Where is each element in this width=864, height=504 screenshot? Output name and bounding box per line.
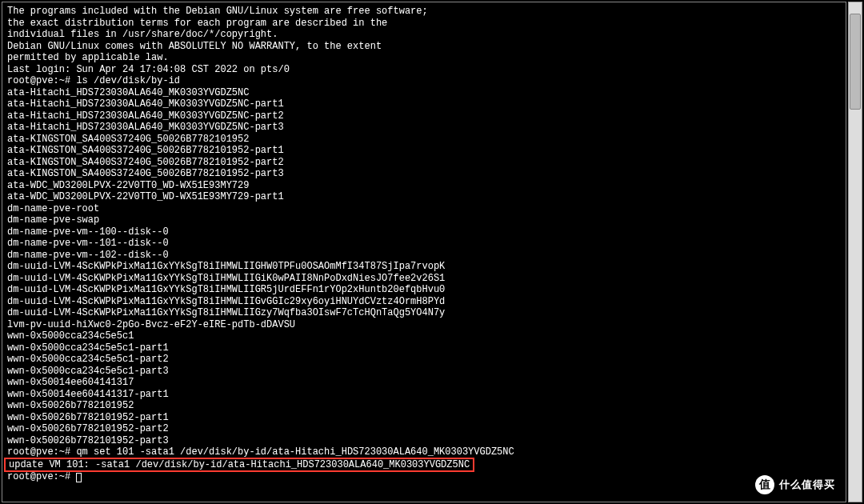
terminal-window[interactable]: The programs included with the Debian GN… <box>2 2 846 502</box>
output-line: ata-KINGSTON_SA400S37240G_50026B77821019… <box>7 168 841 180</box>
output-line: wwn-0x50026b7782101952 <box>7 400 841 412</box>
output-line: dm-name-pve-root <box>7 203 841 215</box>
motd-line: individual files in /usr/share/doc/*/cop… <box>7 29 841 41</box>
command-line: root@pve:~# ls /dev/disk/by-id <box>7 75 841 87</box>
prompt: root@pve:~# <box>7 446 76 458</box>
output-line: ata-Hitachi_HDS723030ALA640_MK0303YVGDZ5… <box>7 87 841 99</box>
output-line: wwn-0x5000cca234c5e5c1 <box>7 330 841 342</box>
output-line: ata-Hitachi_HDS723030ALA640_MK0303YVGDZ5… <box>7 122 841 134</box>
output-line: wwn-0x50014ee604141317 <box>7 377 841 389</box>
output-line: dm-name-pve-vm--101--disk--0 <box>7 238 841 250</box>
output-line: wwn-0x5000cca234c5e5c1-part3 <box>7 366 841 378</box>
output-line: ata-WDC_WD3200LPVX-22V0TT0_WD-WX51E93MY7… <box>7 180 841 192</box>
output-line: wwn-0x50014ee604141317-part1 <box>7 389 841 401</box>
prompt: root@pve:~# <box>7 75 76 86</box>
output-line: wwn-0x50026b7782101952-part1 <box>7 412 841 424</box>
output-line: dm-uuid-LVM-4ScKWPkPixMa11GxYYkSgT8iIHMW… <box>7 284 841 296</box>
command-text: ls /dev/disk/by-id <box>76 75 180 86</box>
output-line: ata-Hitachi_HDS723030ALA640_MK0303YVGDZ5… <box>7 110 841 122</box>
scrollbar-thumb[interactable] <box>850 14 861 110</box>
output-line: dm-uuid-LVM-4ScKWPkPixMa11GxYYkSgT8iIHMW… <box>7 296 841 308</box>
output-line: wwn-0x5000cca234c5e5c1-part1 <box>7 342 841 354</box>
output-line: ata-KINGSTON_SA400S37240G_50026B77821019… <box>7 157 841 169</box>
output-line: ata-KINGSTON_SA400S37240G_50026B77821019… <box>7 145 841 157</box>
motd-line: the exact distribution terms for each pr… <box>7 18 841 30</box>
output-line: dm-name-pve-swap <box>7 214 841 226</box>
output-line: ata-WDC_WD3200LPVX-22V0TT0_WD-WX51E93MY7… <box>7 191 841 203</box>
command-text: qm set 101 -sata1 /dev/disk/by-id/ata-Hi… <box>76 446 514 458</box>
command-line[interactable]: root@pve:~# <box>7 471 841 483</box>
motd-line: permitted by applicable law. <box>7 52 841 64</box>
output-line: dm-uuid-LVM-4ScKWPkPixMa11GxYYkSgT8iIHMW… <box>7 307 841 319</box>
motd-line: The programs included with the Debian GN… <box>7 6 841 18</box>
watermark: 值 什么值得买 <box>750 472 840 498</box>
output-line: wwn-0x50026b7782101952-part2 <box>7 423 841 435</box>
highlight-box: update VM 101: -sata1 /dev/disk/by-id/at… <box>4 458 474 473</box>
prompt: root@pve:~# <box>7 471 76 482</box>
highlighted-output: update VM 101: -sata1 /dev/disk/by-id/at… <box>7 458 841 472</box>
output-line: dm-uuid-LVM-4ScKWPkPixMa11GxYYkSgT8iIHMW… <box>7 273 841 285</box>
output-line: ata-KINGSTON_SA400S37240G_50026B77821019… <box>7 134 841 146</box>
output-line: wwn-0x5000cca234c5e5c1-part2 <box>7 354 841 366</box>
output-line: lvm-pv-uuid-hiXwc0-2pGo-Bvcz-eF2Y-eIRE-p… <box>7 319 841 331</box>
output-line: ata-Hitachi_HDS723030ALA640_MK0303YVGDZ5… <box>7 98 841 110</box>
watermark-icon: 值 <box>755 475 774 494</box>
watermark-text: 什么值得买 <box>779 478 835 492</box>
output-line: dm-uuid-LVM-4ScKWPkPixMa11GxYYkSgT8iIHMW… <box>7 261 841 273</box>
last-login: Last login: Sun Apr 24 17:04:08 CST 2022… <box>7 64 841 76</box>
output-line: wwn-0x50026b7782101952-part3 <box>7 435 841 447</box>
cursor <box>76 473 82 482</box>
output-line: dm-name-pve-vm--102--disk--0 <box>7 250 841 262</box>
command-line: root@pve:~# qm set 101 -sata1 /dev/disk/… <box>7 446 841 458</box>
motd-line: Debian GNU/Linux comes with ABSOLUTELY N… <box>7 41 841 53</box>
output-line: dm-name-pve-vm--100--disk--0 <box>7 226 841 238</box>
scrollbar-track[interactable] <box>848 2 862 502</box>
